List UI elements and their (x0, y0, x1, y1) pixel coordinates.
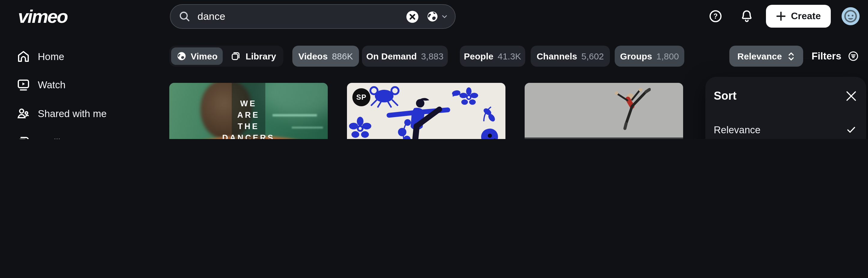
video-card: WE ARE THE DANCERS 01:28 Dance Dance Dan… (169, 83, 328, 139)
smiley-avatar-icon (843, 9, 858, 23)
globe-icon (426, 10, 439, 23)
check-icon (846, 124, 857, 135)
sort-panel-title: Sort (714, 89, 737, 103)
plus-icon (776, 11, 785, 21)
sidebar-item-home[interactable]: Home (0, 47, 156, 66)
tab-vimeo[interactable]: Vimeo (171, 48, 223, 65)
close-icon[interactable] (846, 91, 857, 101)
sort-panel: Sort Relevance Recently uploaded Most po… (705, 77, 866, 139)
tab-people[interactable]: People41.3K (460, 45, 525, 67)
vimeo-search-page: vimeo ? Create Home Watch Shared wit (0, 0, 868, 139)
svg-text:?: ? (713, 12, 718, 20)
search-input[interactable] (196, 10, 406, 23)
people-icon (16, 106, 31, 121)
sidebar-item-shared-with-me[interactable]: Shared with me (0, 104, 156, 123)
filters-button[interactable]: Filters (812, 45, 859, 67)
video-card: 2x Slower Speed 00:38 Dance Dance 2x Slo… (525, 83, 683, 139)
filter-icon (847, 51, 859, 62)
notifications-bell-icon[interactable] (740, 9, 754, 23)
video-card: SP 04:06 aeon VIDEO Dance, Dance Evoluti… (347, 83, 505, 139)
create-button[interactable]: Create (766, 5, 831, 28)
vimeo-logo[interactable]: vimeo (18, 6, 67, 28)
video-thumbnail[interactable]: SP 04:06 (347, 83, 505, 139)
thumbnail-caption-text: WE ARE THE DANCERS (203, 98, 294, 139)
tab-videos[interactable]: Videos886K (292, 45, 359, 67)
video-thumbnail[interactable]: WE ARE THE DANCERS 01:28 (169, 83, 328, 139)
sidebar-item-watch[interactable]: Watch (0, 75, 156, 94)
home-icon (16, 49, 31, 64)
tab-on-demand[interactable]: On Demand3,883 (362, 45, 448, 67)
dancer-figure (612, 88, 651, 136)
globe-icon (176, 51, 186, 61)
search-bar (170, 4, 456, 29)
library-icon (16, 135, 31, 139)
chevron-down-icon (441, 13, 448, 20)
search-icon (179, 11, 190, 22)
sp-badge: SP (352, 88, 370, 106)
scope-tabs: Vimeo Library (169, 45, 283, 67)
watch-icon (16, 78, 31, 92)
sort-chevrons-icon (787, 51, 795, 61)
library-icon (230, 51, 241, 61)
tab-channels[interactable]: Channels5,602 (531, 45, 610, 67)
help-icon[interactable]: ? (708, 9, 723, 23)
sort-dropdown[interactable]: Relevance (729, 45, 803, 67)
sidebar-item-my-library[interactable]: My library (0, 133, 156, 139)
tab-library[interactable]: Library (224, 45, 282, 67)
thumbnail-illustration (347, 83, 505, 139)
sort-option-relevance[interactable]: Relevance (705, 118, 866, 139)
user-avatar-menu[interactable] (842, 7, 860, 25)
clear-search-icon[interactable] (406, 10, 418, 23)
search-scope-globe-dropdown[interactable] (426, 10, 448, 23)
video-thumbnail[interactable]: 2x Slower Speed 00:38 (525, 83, 683, 139)
tab-groups[interactable]: Groups1,800 (615, 45, 684, 67)
